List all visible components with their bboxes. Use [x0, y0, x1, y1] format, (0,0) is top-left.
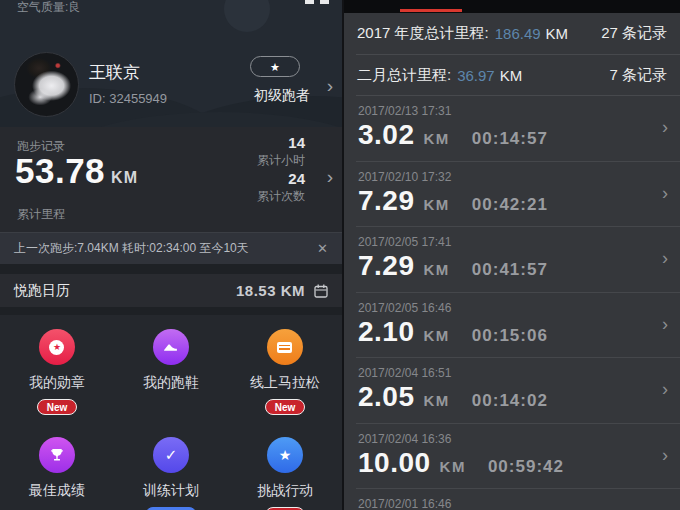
total-count-label: 累计次数	[257, 188, 305, 205]
section-divider	[0, 307, 342, 315]
run-records-panel: 2017 年度总计里程: 186.49 KM 27 条记录 二月总计里程: 36…	[344, 0, 680, 510]
year-summary-label: 2017 年度总计里程:	[357, 24, 489, 43]
month-summary-row: 二月总计里程: 36.97 KM 7 条记录	[344, 55, 680, 95]
calendar-distance: 18.53 KM	[236, 282, 305, 299]
grid-item-label: 我的跑鞋	[143, 374, 199, 392]
chevron-right-icon: ›	[662, 379, 668, 400]
record-date: 2017/02/04 16:51	[358, 366, 666, 380]
user-name: 王联京	[89, 61, 140, 84]
record-distance: 2.10	[358, 316, 415, 348]
record-unit: KM	[424, 130, 450, 147]
total-distance-unit: KM	[111, 169, 138, 186]
air-quality-label: 空气质量:良	[17, 0, 80, 16]
avatar[interactable]	[14, 52, 79, 117]
chevron-right-icon: ›	[327, 167, 333, 186]
grid-item-medals[interactable]: ★ 我的勋章 New	[0, 329, 114, 415]
tab-bar	[344, 0, 680, 13]
grid-item-best-results[interactable]: 最佳成绩	[0, 437, 114, 510]
chevron-right-icon: ›	[662, 445, 668, 466]
stats-right-column: 14 累计小时 24 累计次数	[257, 133, 305, 205]
grid-item-label: 线上马拉松	[250, 374, 320, 392]
year-record-count: 27 条记录	[601, 24, 667, 43]
month-summary-value: 36.97	[457, 67, 495, 84]
profile-panel: 空气质量:良 王联京 ID: 32455949 ★ 初级跑者 › 跑步记录 53…	[0, 0, 342, 510]
month-summary-unit: KM	[500, 67, 523, 84]
chevron-right-icon: ›	[662, 117, 668, 138]
marathon-banner-icon	[267, 329, 303, 365]
total-hours-label: 累计小时	[257, 152, 305, 169]
star-icon: ★	[267, 437, 303, 473]
record-duration: 00:42:21	[472, 195, 548, 215]
grid-item-label: 训练计划	[143, 482, 199, 500]
moon-illustration	[224, 0, 270, 32]
run-record-row[interactable]: 2017/02/10 17:32 7.29 KM 00:42:21 ›	[344, 162, 680, 228]
record-unit: KM	[424, 327, 450, 344]
total-distance-label: 累计里程	[17, 206, 65, 223]
status-icon-fragment	[320, 0, 329, 4]
calendar-right: 18.53 KM	[236, 282, 328, 299]
trophy-icon	[39, 437, 75, 473]
grid-item-shoes[interactable]: 我的跑鞋	[114, 329, 228, 415]
record-unit: KM	[440, 458, 466, 475]
section-divider	[0, 264, 342, 274]
new-badge: New	[265, 399, 306, 415]
runner-level-star-icon: ★	[250, 56, 300, 77]
record-duration: 00:14:57	[472, 129, 548, 149]
runner-level-label: 初级跑者	[254, 87, 310, 105]
grid-item-online-marathon[interactable]: 线上马拉松 New	[228, 329, 342, 415]
grid-item-label: 挑战行动	[257, 482, 313, 500]
record-date: 2017/02/05 17:41	[358, 235, 666, 249]
record-date: 2017/02/10 17:32	[358, 170, 666, 184]
grid-item-label: 我的勋章	[29, 374, 85, 392]
profile-header: 空气质量:良 王联京 ID: 32455949 ★ 初级跑者 ›	[0, 0, 342, 127]
run-record-row[interactable]: 2017/02/01 16:46	[344, 489, 680, 510]
last-run-banner: 上一次跑步:7.04KM 耗时:02:34:00 至今10天 ✕	[0, 232, 342, 264]
run-record-row[interactable]: 2017/02/05 16:46 2.10 KM 00:15:06 ›	[344, 293, 680, 359]
chevron-right-icon: ›	[662, 183, 668, 204]
year-summary-unit: KM	[546, 25, 569, 42]
record-unit: KM	[424, 196, 450, 213]
run-calendar-row[interactable]: 悦跑日历 18.53 KM	[0, 274, 342, 307]
chevron-right-icon: ›	[662, 314, 668, 335]
calendar-label: 悦跑日历	[14, 282, 70, 300]
grid-item-training-plan[interactable]: ✓ 训练计划	[114, 437, 228, 510]
calendar-icon	[314, 284, 328, 298]
close-icon[interactable]: ✕	[317, 241, 328, 256]
year-summary-value: 186.49	[495, 25, 541, 42]
total-hours-value: 14	[257, 133, 305, 152]
total-distance-value: 53.78	[15, 151, 105, 190]
grid-item-label: 最佳成绩	[29, 482, 85, 500]
check-glyph: ✓	[165, 446, 178, 464]
profile-row[interactable]: 王联京 ID: 32455949 ★ 初级跑者 ›	[0, 50, 342, 127]
grid-item-challenge[interactable]: ★ 挑战行动 New	[228, 437, 342, 510]
record-date: 2017/02/13 17:31	[358, 104, 666, 118]
record-date: 2017/02/05 16:46	[358, 301, 666, 315]
run-record-row[interactable]: 2017/02/04 16:51 2.05 KM 00:14:02 ›	[344, 358, 680, 424]
record-distance: 7.29	[358, 250, 415, 282]
run-record-row[interactable]: 2017/02/13 17:31 3.02 KM 00:14:57 ›	[344, 96, 680, 162]
medal-star-glyph: ★	[49, 340, 64, 355]
feature-grid: ★ 我的勋章 New 我的跑鞋 线上马拉松 New 最佳成绩 ✓ 训练计划	[0, 315, 342, 510]
record-unit: KM	[424, 392, 450, 409]
record-duration: 00:41:57	[472, 260, 548, 280]
record-duration: 00:14:02	[472, 391, 548, 411]
banner-glyph	[277, 342, 292, 353]
year-summary-row: 2017 年度总计里程: 186.49 KM 27 条记录	[344, 13, 680, 54]
record-main: 2.10 KM 00:15:06	[358, 316, 666, 348]
record-duration: 00:15:06	[472, 326, 548, 346]
run-record-row[interactable]: 2017/02/05 17:41 7.29 KM 00:41:57 ›	[344, 227, 680, 293]
new-badge: New	[37, 399, 78, 415]
month-summary-label: 二月总计里程:	[357, 66, 451, 85]
record-main: 10.00 KM 00:59:42	[358, 447, 666, 479]
run-record-row[interactable]: 2017/02/04 16:36 10.00 KM 00:59:42 ›	[344, 424, 680, 490]
record-distance: 3.02	[358, 119, 415, 151]
record-main: 2.05 KM 00:14:02	[358, 381, 666, 413]
record-unit: KM	[424, 261, 450, 278]
medal-icon: ★	[39, 329, 75, 365]
record-distance: 2.05	[358, 381, 415, 413]
running-stats-card[interactable]: 跑步记录 53.78KM 累计里程 14 累计小时 24 累计次数 ›	[0, 127, 342, 232]
active-tab-indicator	[400, 9, 462, 12]
chevron-right-icon: ›	[662, 248, 668, 269]
shoe-icon	[153, 329, 189, 365]
record-main: 7.29 KM 00:42:21	[358, 185, 666, 217]
